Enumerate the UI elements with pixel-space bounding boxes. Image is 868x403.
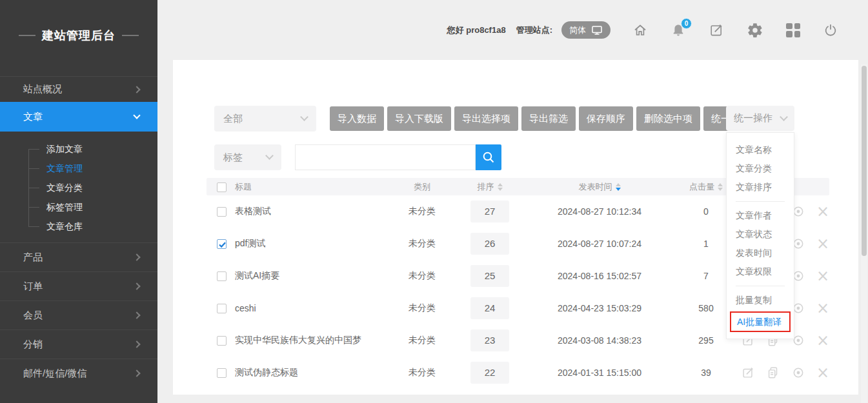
chevron-down-icon bbox=[133, 112, 140, 119]
menu-item-batch-copy[interactable]: 批量复制 bbox=[727, 291, 794, 310]
row-publish-time: 2024-08-27 10:12:34 bbox=[525, 206, 674, 217]
delete-icon[interactable]: × bbox=[816, 334, 829, 347]
menu-item-article-sort[interactable]: 文章排序 bbox=[727, 178, 794, 197]
language-label: 简体 bbox=[569, 25, 586, 36]
menu-item-publish-time[interactable]: 发表时间 bbox=[727, 244, 794, 262]
compose-icon[interactable] bbox=[709, 23, 724, 38]
export-filtered-button[interactable]: 导出筛选 bbox=[521, 106, 576, 131]
eye-icon[interactable] bbox=[791, 366, 805, 380]
sort-arrows-icon[interactable] bbox=[616, 183, 621, 191]
language-pill[interactable]: 简体 bbox=[561, 21, 611, 39]
delete-icon[interactable]: × bbox=[816, 205, 829, 218]
row-publish-time: 2024-03-08 14:38:23 bbox=[525, 335, 674, 346]
row-sort-value[interactable]: 24 bbox=[470, 297, 509, 319]
col-sort[interactable]: 排序 bbox=[454, 181, 525, 193]
menu-item-article-permission[interactable]: 文章权限 bbox=[727, 262, 794, 281]
app-title: 建站管理后台 bbox=[0, 0, 157, 71]
sidebar-item-label: 产品 bbox=[23, 251, 43, 264]
chevron-right-icon bbox=[133, 253, 140, 260]
copy-icon[interactable] bbox=[766, 366, 780, 380]
export-selected-button[interactable]: 导出选择项 bbox=[454, 106, 518, 131]
submenu-item-label: 文章分类 bbox=[46, 182, 83, 193]
sidebar-item-mail-sms-wechat[interactable]: 邮件/短信/微信 bbox=[0, 359, 157, 388]
tree-tick bbox=[28, 226, 39, 227]
delete-selected-button[interactable]: 删除选中项 bbox=[636, 106, 700, 131]
sidebar: 建站管理后台 站点概况 文章 添加文章 文章管理 文章分类 bbox=[0, 0, 157, 403]
row-checkbox[interactable] bbox=[217, 207, 227, 217]
row-checkbox[interactable] bbox=[217, 271, 227, 281]
sidebar-item-label: 订单 bbox=[23, 280, 43, 293]
sidebar-item-label: 文章 bbox=[23, 111, 43, 123]
sidebar-item-articles[interactable]: 文章 bbox=[0, 102, 157, 132]
app-title-text: 建站管理后台 bbox=[42, 28, 116, 43]
sidebar-item-distribution[interactable]: 分销 bbox=[0, 329, 157, 359]
submenu-item-article-category[interactable]: 文章分类 bbox=[0, 178, 157, 197]
row-sort-value[interactable]: 26 bbox=[470, 233, 509, 255]
apps-grid-icon[interactable] bbox=[786, 23, 800, 37]
submenu-item-label: 添加文章 bbox=[46, 144, 83, 154]
gear-icon[interactable] bbox=[747, 22, 763, 39]
sidebar-item-label: 分销 bbox=[23, 339, 43, 351]
menu-item-article-author[interactable]: 文章作者 bbox=[727, 206, 794, 225]
sort-arrows-icon[interactable] bbox=[498, 183, 503, 191]
tag-filter-select[interactable]: 标签 bbox=[214, 144, 281, 170]
row-publish-time: 2024-04-23 15:03:29 bbox=[525, 303, 674, 313]
delete-icon[interactable]: × bbox=[816, 366, 829, 379]
submenu-item-add-article[interactable]: 添加文章 bbox=[0, 139, 157, 159]
row-clicks: 39 bbox=[674, 368, 738, 378]
row-sort-value[interactable]: 22 bbox=[470, 362, 509, 384]
sidebar-item-overview[interactable]: 站点概况 bbox=[0, 76, 157, 102]
row-category: 未分类 bbox=[390, 367, 454, 378]
sidebar-item-products[interactable]: 产品 bbox=[0, 242, 157, 271]
tree-tick bbox=[28, 207, 39, 208]
power-icon[interactable] bbox=[823, 23, 838, 38]
scrollbar-thumb[interactable] bbox=[862, 66, 867, 256]
sidebar-item-members[interactable]: 会员 bbox=[0, 300, 157, 329]
row-sort-value[interactable]: 23 bbox=[470, 329, 509, 351]
menu-item-article-status[interactable]: 文章状态 bbox=[727, 225, 794, 244]
category-filter-select[interactable]: 全部 bbox=[214, 106, 316, 132]
select-all-checkbox[interactable] bbox=[217, 182, 227, 192]
scrollbar-track[interactable] bbox=[861, 64, 867, 403]
bulk-action-label: 统一操作 bbox=[734, 112, 772, 124]
bulk-action-select[interactable]: 统一操作 bbox=[726, 106, 794, 131]
row-checkbox[interactable] bbox=[217, 368, 227, 378]
delete-icon[interactable]: × bbox=[816, 302, 829, 315]
menu-item-article-category[interactable]: 文章分类 bbox=[727, 159, 794, 178]
submenu-item-article-library[interactable]: 文章仓库 bbox=[0, 217, 157, 236]
menu-item-ai-batch-translate[interactable]: AI批量翻译 bbox=[730, 311, 791, 332]
sort-arrows-icon[interactable] bbox=[718, 183, 723, 191]
row-title[interactable]: pdf测试 bbox=[235, 238, 390, 250]
edit-icon[interactable] bbox=[741, 366, 755, 380]
save-order-button[interactable]: 保存顺序 bbox=[579, 106, 633, 131]
row-title[interactable]: ceshi bbox=[235, 303, 390, 313]
home-icon[interactable] bbox=[632, 23, 648, 38]
menu-item-article-name[interactable]: 文章名称 bbox=[727, 141, 794, 159]
row-sort-value[interactable]: 27 bbox=[470, 201, 509, 222]
col-publish-time[interactable]: 发表时间 bbox=[525, 181, 674, 193]
sidebar-item-label: 邮件/短信/微信 bbox=[23, 368, 86, 380]
submenu-item-article-manage[interactable]: 文章管理 bbox=[0, 159, 157, 178]
col-title[interactable]: 标题 bbox=[235, 181, 390, 193]
search-input[interactable] bbox=[295, 144, 476, 170]
delete-icon[interactable]: × bbox=[816, 270, 829, 282]
search-button[interactable] bbox=[476, 144, 501, 170]
row-title[interactable]: 实现中华民族伟大复兴的中国梦 bbox=[235, 335, 390, 346]
row-title[interactable]: 测试伪静态标题 bbox=[235, 367, 390, 378]
row-title[interactable]: 测试AI摘要 bbox=[235, 270, 390, 282]
manage-site-label: 管理站点: bbox=[516, 25, 552, 36]
row-sort-value[interactable]: 25 bbox=[470, 265, 509, 287]
row-checkbox[interactable] bbox=[217, 336, 227, 346]
row-category: 未分类 bbox=[390, 206, 454, 217]
row-title[interactable]: 表格测试 bbox=[235, 206, 390, 217]
delete-icon[interactable]: × bbox=[816, 237, 829, 250]
submenu-item-tag-manage[interactable]: 标签管理 bbox=[0, 197, 157, 217]
import-data-button[interactable]: 导入数据 bbox=[330, 106, 384, 131]
row-checkbox[interactable] bbox=[217, 304, 227, 313]
chevron-right-icon bbox=[133, 311, 140, 319]
sidebar-item-orders[interactable]: 订单 bbox=[0, 271, 157, 300]
chevron-right-icon bbox=[133, 282, 140, 290]
import-download-button[interactable]: 导入下载版 bbox=[387, 106, 451, 131]
row-checkbox[interactable] bbox=[217, 239, 227, 249]
bell-icon[interactable]: 0 bbox=[671, 23, 686, 38]
